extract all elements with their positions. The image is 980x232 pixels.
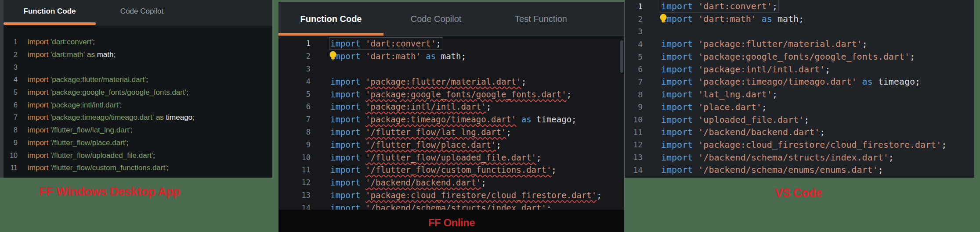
code-text: import 'dart:convert'; [28,38,95,46]
line-number: 4 [4,76,18,84]
line-number: 3 [4,64,18,71]
code-text: import '/flutter_flow/custom_functions.d… [28,164,169,172]
line-number: 12 [4,177,18,178]
code-text: import 'package:cloud_firestore/cloud_fi… [661,139,947,150]
line-number: 5 [625,52,643,61]
code-text: import '/backend/schema/structs/index.da… [661,152,894,163]
line-number: 12 [278,178,311,187]
vscode-code-editor[interactable]: 1import 'dart:convert';2import 'dart:mat… [625,0,974,178]
code-line: 1import 'dart:convert'; [625,0,974,13]
ff-online-code-editor[interactable]: 1import 'dart:convert';2import 'dart:mat… [278,36,624,210]
line-number: 10 [278,153,311,162]
code-text: import 'lat_lng.dart'; [661,89,777,100]
line-number: 8 [278,128,311,136]
code-text: import 'package:cloud_firestore/cloud_fi… [330,190,602,200]
code-text: import '/flutter_flow/lat_lng.dart'; [28,126,133,135]
code-line: 6import 'package:intl/intl.dart'; [278,100,624,113]
caption-ff-windows-desktop-app: FF Windows Desktop App [40,185,181,199]
line-number: 7 [4,114,18,121]
line-number: 3 [278,64,311,73]
line-number: 10 [4,152,18,160]
code-line: 11import '/flutter_flow/custom_functions… [4,162,272,175]
code-line: 7import 'package:timeago/timeago.dart' a… [625,75,974,88]
code-text: import 'uploaded_file.dart'; [661,114,809,125]
line-number: 5 [278,90,311,99]
caption-vs-code: VS Code [775,186,822,200]
code-line: 7import 'package:timeago/timeago.dart' a… [278,113,624,126]
code-text: import 'package:timeago/timeago.dart' as… [330,114,577,124]
vertical-scrollbar[interactable] [620,40,623,73]
line-number: 8 [625,90,643,99]
code-text: import 'package:timeago/timeago.dart' as… [661,76,920,87]
code-line: 11import '/backend/backend.dart'; [625,126,974,139]
code-line: 9import 'place.dart'; [625,101,974,114]
tab-code-copilot[interactable]: Code Copilot [96,0,188,22]
ff-desktop-code-editor[interactable]: 1import 'dart:convert';2import 'dart:mat… [4,25,272,178]
code-line: 14import '/backend/schema/enums/enums.da… [625,164,974,176]
line-number: 13 [625,153,643,162]
code-line: 12import 'package:cloud_firestore/cloud_… [625,139,974,151]
line-number: 2 [4,51,18,59]
line-number: 10 [625,115,643,124]
code-text: import '/flutter_flow/uploaded_file.dart… [330,153,541,162]
ff-desktop-tabbar: Function Code Code Copilot [4,0,272,25]
composite-screenshot: { "colors": { "canvas_background": "#4b6… [0,0,980,232]
tab-function-code[interactable]: Function Code [4,0,96,22]
code-line: 10import '/flutter_flow/uploaded_file.da… [4,149,272,162]
code-text: import 'dart:math' as math; [330,51,466,61]
line-number: 4 [625,39,643,49]
code-line-partial: 15import '/flutter_flow/flutter_flow_uti… [625,176,974,178]
code-text: import '/flutter_flow/place.dart'; [330,140,501,150]
code-line: 8import '/flutter_flow/lat_lng.dart'; [4,124,272,137]
line-number: 14 [278,203,311,210]
code-line: 2import 'dart:math' as math; [625,13,974,25]
lightbulb-icon[interactable] [659,14,667,24]
code-line: 10import '/flutter_flow/uploaded_file.da… [278,151,624,164]
code-line: 11import '/flutter_flow/custom_functions… [278,164,624,176]
line-number: 3 [625,27,643,36]
code-line: 9import '/flutter_flow/place.dart'; [4,137,272,150]
code-text: import '/flutter_flow/uploaded_file.dart… [28,151,155,160]
line-number: 1 [4,38,18,46]
caption-ff-online: FF Online [428,217,475,229]
code-line: 3 [4,61,272,74]
code-line: 3 [625,25,974,38]
code-text: import '/backend/backend.dart'; [661,127,825,137]
line-number: 7 [625,77,643,86]
code-line: 10import 'uploaded_file.dart'; [625,113,974,126]
line-number: 9 [625,102,643,111]
code-text: import '/flutter_flow/lat_lng.dart'; [330,127,511,137]
code-line: 6import 'package:intl/intl.dart'; [625,63,974,75]
line-number: 14 [625,165,643,175]
tab-test-function[interactable]: Test Function [488,5,593,32]
code-line: 6import 'package:intl/intl.dart'; [4,99,272,111]
code-text: import 'package:intl/intl.dart'; [330,102,491,111]
code-line: 5import 'package:google_fonts/google_fon… [4,86,272,99]
code-line: 1import 'dart:convert'; [278,37,624,50]
line-number: 5 [4,89,18,96]
code-line: 2import 'dart:math' as math; [4,49,272,61]
code-text: import 'package:timeago/timeago.dart' as… [28,113,195,122]
lightbulb-icon[interactable] [329,51,337,61]
code-line: 1import 'dart:convert'; [4,36,272,49]
code-text: import 'package:intl/intl.dart'; [28,101,122,110]
code-text: import '/backend/backend.dart'; [28,176,131,178]
code-line: 4import 'package:flutter/material.dart'; [625,38,974,50]
line-number: 1 [278,39,311,48]
code-text: import '/backend/schema/structs/index.da… [330,203,551,210]
ff-desktop-panel: Function Code Code Copilot 1import 'dart… [0,0,272,178]
line-number: 4 [278,77,311,86]
tab-code-copilot[interactable]: Code Copilot [383,5,488,32]
tab-function-code[interactable]: Function Code [278,5,383,32]
code-line: 5import 'package:google_fonts/google_fon… [278,88,624,100]
ff-online-tabbar: Function Code Code Copilot Test Function [278,2,624,36]
code-text: import '/flutter_flow/custom_functions.d… [330,165,557,175]
code-text: import 'dart:math' as math; [661,14,804,24]
code-text: import '/flutter_flow/place.dart'; [28,139,129,147]
line-number: 11 [625,128,643,137]
line-number: 9 [4,139,18,147]
code-text: import 'package:google_fonts/google_font… [661,51,915,62]
code-text: import '/flutter_flow/flutter_flow_util.… [661,177,904,178]
code-text: import 'dart:convert'; [661,1,777,11]
line-number: 7 [278,115,311,124]
